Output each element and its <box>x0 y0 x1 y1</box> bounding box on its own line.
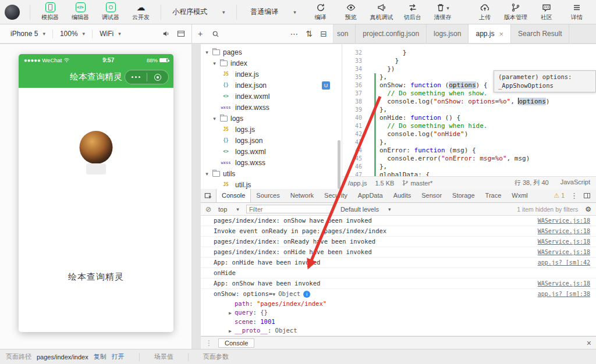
tree-folder-logs[interactable]: ▾logs <box>201 113 342 124</box>
sort-icon[interactable]: ⇅ <box>306 30 313 38</box>
warning-counter[interactable]: ⚠1 <box>554 192 565 199</box>
language-mode[interactable]: JavaScript <box>560 179 590 187</box>
compile-button[interactable]: 编译 <box>306 0 335 24</box>
debugger-button[interactable]: 调试器 <box>96 0 125 24</box>
drag-handle-icon[interactable]: ⋮ <box>205 339 212 347</box>
tab-project-config-json[interactable]: project.config.json <box>356 24 427 43</box>
clear-cache-button[interactable]: ▾ 清缓存 <box>428 0 457 24</box>
remote-debug-button[interactable]: 真机调试 <box>367 0 397 24</box>
upload-label: 上传 <box>479 13 491 22</box>
upload-button[interactable]: 上传 <box>470 0 499 24</box>
console-source-link[interactable]: WAService.js:18 <box>538 280 590 287</box>
clear-console-icon[interactable]: ⊘ <box>205 205 211 213</box>
cursor-position[interactable]: 行 38, 列 40 <box>515 179 549 187</box>
filter-input[interactable] <box>246 205 334 213</box>
editor-button[interactable]: </> 编辑器 <box>66 0 95 24</box>
tree-file-logs.json[interactable]: {}logs.json <box>201 135 342 146</box>
page-params-label[interactable]: 页面参数 <box>203 352 229 361</box>
copy-path-link[interactable]: 复制 <box>94 352 107 361</box>
mode-dropdown[interactable]: 小程序模式 ▾ <box>166 5 231 20</box>
independent-window-icon[interactable] <box>178 31 185 37</box>
git-branch[interactable]: master* <box>402 180 432 187</box>
version-manage-button[interactable]: 版本管理 <box>501 0 531 24</box>
close-icon[interactable]: × <box>499 30 504 38</box>
code-editor[interactable]: 32 }33 }34 })35},36onShow: function (opt… <box>342 44 596 176</box>
tab-appdata[interactable]: AppData <box>353 189 388 202</box>
dock-side-icon[interactable] <box>584 193 590 198</box>
console-object-property[interactable]: ▶__proto__: Object <box>201 326 596 336</box>
tree-file-logs.wxss[interactable]: wxsslogs.wxss <box>201 157 342 168</box>
console-source-link[interactable]: WAService.js:18 <box>538 248 590 256</box>
simulator-button[interactable]: 模拟器 <box>36 0 65 24</box>
more-options-icon[interactable]: ⋯ <box>290 30 299 38</box>
community-button[interactable]: 社区 <box>532 0 561 24</box>
caret-expanded-icon[interactable]: ▼ <box>272 291 278 298</box>
console-source-link[interactable]: WAService.js:18 <box>538 238 590 245</box>
info-icon[interactable]: i <box>303 291 310 298</box>
compile-mode-dropdown[interactable]: 普通编译 ▾ <box>242 5 305 20</box>
tree-file-logs.js[interactable]: JSlogs.js <box>201 124 342 135</box>
close-icon[interactable]: × <box>587 338 591 348</box>
tab-logs-json[interactable]: logs.json <box>427 24 469 43</box>
sound-icon[interactable] <box>162 30 171 38</box>
version-branch-icon <box>511 3 520 12</box>
tab-search-result[interactable]: Search Result <box>511 24 569 43</box>
log-levels-dropdown[interactable]: Default levels ▾ <box>340 206 391 213</box>
tab-app-json[interactable]: son <box>334 24 356 43</box>
detail-button[interactable]: 详情 <box>562 0 591 24</box>
open-path-link[interactable]: 打开 <box>112 352 125 361</box>
switch-background-button[interactable]: 切后台 <box>398 0 427 24</box>
console-footer-tab[interactable]: Console <box>218 338 254 348</box>
tab-trace[interactable]: Trace <box>480 189 507 202</box>
chevron-down-icon: ▾ <box>118 31 121 37</box>
tab-wxml[interactable]: Wxml <box>506 189 533 202</box>
search-icon[interactable] <box>212 30 219 38</box>
network-dropdown[interactable]: WiFi ▾ <box>93 24 128 43</box>
caret-collapsed-icon[interactable]: ▶ <box>229 327 235 335</box>
tree-file-util.js[interactable]: JSutil.js <box>201 179 342 189</box>
cloud-dev-button[interactable]: ☁ 云开发 <box>126 0 155 24</box>
console-object-property[interactable]: scene: 1001 <box>201 317 596 326</box>
tree-file-index.wxml[interactable]: <>index.wxml <box>201 91 342 102</box>
tree-file-index.json[interactable]: {}index.jsonU <box>201 80 342 91</box>
more-menu-button[interactable] <box>125 76 147 78</box>
tree-folder-index[interactable]: ▾index <box>201 58 342 69</box>
console-source-link[interactable]: app.js? [sm]:38 <box>538 290 590 298</box>
console-object-property[interactable]: ▶query: {} <box>201 308 596 317</box>
exit-button[interactable] <box>147 74 169 81</box>
tab-security[interactable]: Security <box>319 189 353 202</box>
add-file-icon[interactable]: + <box>198 30 203 38</box>
console-source-link[interactable]: WAService.js:18 <box>538 217 590 224</box>
tab-sensor[interactable]: Sensor <box>416 189 447 202</box>
tab-console[interactable]: Console <box>216 189 251 202</box>
tree-file-logs.wxml[interactable]: <>logs.wxml <box>201 146 342 157</box>
preview-button[interactable]: 预览 <box>336 0 366 24</box>
tree-file-index.wxss[interactable]: wxssindex.wxss <box>201 102 342 113</box>
tree-folder-pages[interactable]: ▾pages <box>201 47 342 58</box>
inspect-element-icon[interactable] <box>204 192 212 200</box>
user-avatar[interactable] <box>80 131 113 164</box>
tab-label: son <box>337 30 348 38</box>
console-object-property[interactable]: path: "pages/index/index" <box>201 299 596 308</box>
caret-collapsed-icon[interactable]: ▶ <box>229 309 235 317</box>
console-source-link[interactable]: WAService.js:18 <box>538 227 590 235</box>
tree-scrollbar[interactable] <box>338 140 340 189</box>
scene-value-label[interactable]: 场景值 <box>154 352 173 361</box>
tab-storage[interactable]: Storage <box>447 189 480 202</box>
tab-sources[interactable]: Sources <box>251 189 285 202</box>
tab-audits[interactable]: Audits <box>388 189 417 202</box>
code-line: 47globalData: { <box>342 171 596 176</box>
console-source-link[interactable]: app.js? [sm]:42 <box>538 259 590 266</box>
context-dropdown[interactable]: top ▾ <box>218 206 239 213</box>
zoom-dropdown[interactable]: 100% ▾ <box>53 24 92 43</box>
device-dropdown[interactable]: iPhone 5 ▾ <box>3 24 52 43</box>
tab-app-js[interactable]: app.js× <box>469 24 511 43</box>
user-avatar[interactable] <box>5 5 20 20</box>
tree-file-index.js[interactable]: JSindex.js <box>201 69 342 80</box>
tree-folder-utils[interactable]: ▾utils <box>201 168 342 179</box>
gear-icon[interactable]: ⚙ <box>585 205 591 213</box>
kebab-menu-icon[interactable]: ⋮ <box>570 191 578 200</box>
console-log-list[interactable]: pages/index/index: onShow have been invo… <box>201 216 596 336</box>
collapse-all-icon[interactable]: ⊟ <box>320 30 327 38</box>
tab-network[interactable]: Network <box>285 189 319 202</box>
